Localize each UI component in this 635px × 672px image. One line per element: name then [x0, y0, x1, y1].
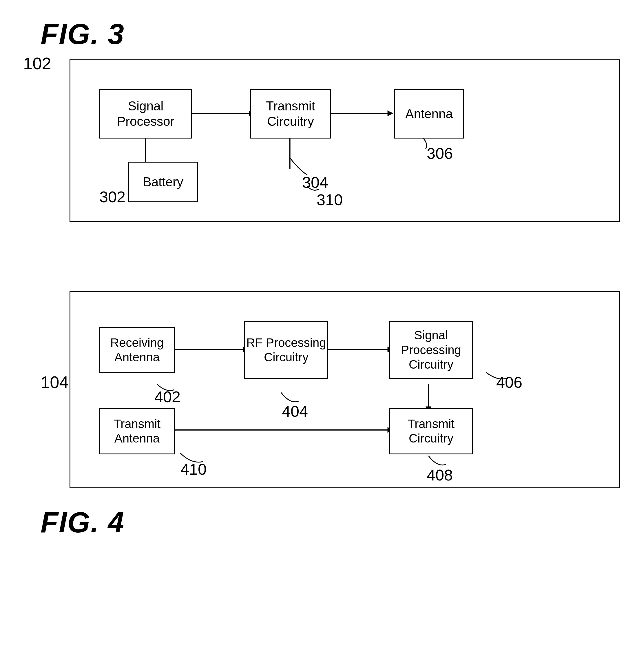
fig4-diagram: Receiving Antenna Transmit Antenna RF Pr… — [69, 291, 620, 488]
label-310: 310 — [316, 191, 343, 209]
fig4-ref-104: 104 — [41, 372, 69, 392]
label-410: 410 — [180, 460, 206, 478]
receiving-antenna-block: Receiving Antenna — [100, 327, 175, 373]
page-container: FIG. 3 102 — [0, 0, 635, 672]
fig3-title: FIG. 3 — [41, 17, 612, 51]
battery-block: Battery — [128, 162, 198, 202]
svg-marker-3 — [388, 110, 393, 116]
signal-processing-block: Signal Processing Circuitry — [389, 321, 473, 379]
rf-processing-block: RF Processing Circuitry — [244, 321, 328, 379]
fig4-title: FIG. 4 — [41, 506, 612, 539]
label-404: 404 — [282, 402, 308, 420]
transmit-circuitry-block-fig4: Transmit Circuitry — [389, 408, 473, 454]
label-306: 306 — [427, 144, 453, 162]
fig3-diagram: Signal Processor Transmit Circuitry Ante… — [69, 59, 620, 222]
antenna-block: Antenna — [394, 89, 464, 138]
fig3-ref-102: 102 — [23, 53, 51, 73]
label-406: 406 — [496, 373, 522, 391]
label-408: 408 — [427, 466, 453, 484]
label-402: 402 — [154, 388, 180, 406]
label-304: 304 — [302, 173, 328, 191]
label-302: 302 — [100, 188, 126, 206]
transmit-antenna-block: Transmit Antenna — [100, 408, 175, 454]
transmit-circuitry-block-fig3: Transmit Circuitry — [250, 89, 331, 138]
signal-processor-block: Signal Processor — [100, 89, 192, 138]
